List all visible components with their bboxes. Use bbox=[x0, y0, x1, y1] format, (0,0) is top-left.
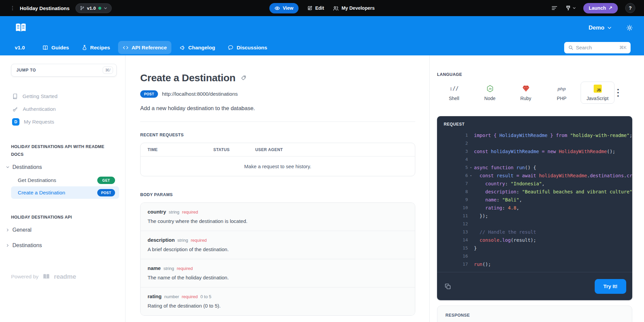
sidebar-item-getting-started[interactable]: Getting Started bbox=[0, 90, 125, 103]
sidebar-group-general[interactable]: General bbox=[6, 223, 125, 237]
copy-code-button[interactable] bbox=[444, 283, 451, 290]
readme-logo-icon[interactable] bbox=[15, 23, 27, 33]
language-php[interactable]: phpPHP bbox=[545, 82, 579, 104]
param-type: string bbox=[177, 238, 188, 243]
nav-tab-guides[interactable]: Guides bbox=[38, 41, 74, 54]
kebab-menu-icon[interactable]: ⋮ bbox=[10, 5, 15, 11]
request-heading: REQUEST bbox=[437, 116, 632, 130]
sidebar-item-label: Authentication bbox=[23, 106, 56, 112]
search-box[interactable]: ⌘K bbox=[564, 42, 631, 53]
line-number: 13 bbox=[437, 228, 468, 236]
fold-gutter bbox=[468, 220, 474, 228]
fold-gutter bbox=[468, 236, 474, 244]
pencil-icon bbox=[307, 5, 313, 11]
language-javascript[interactable]: JSJavaScript bbox=[581, 82, 614, 104]
language-node[interactable]: JSNode bbox=[473, 82, 507, 104]
edit-button[interactable]: Edit bbox=[307, 5, 324, 11]
fold-gutter bbox=[468, 228, 474, 236]
endpoint-method-badge: POST bbox=[140, 90, 158, 98]
line-number: 12 bbox=[437, 220, 468, 228]
param-name: name bbox=[148, 265, 161, 271]
body-params-card: countrystringrequiredThe country where t… bbox=[140, 202, 415, 316]
project-dropdown[interactable]: Demo bbox=[589, 25, 612, 31]
code-panel: LANGUAGE ://ShellJSNodeRubyphpPHPJSJavaS… bbox=[429, 55, 644, 322]
line-number: 9 bbox=[437, 196, 468, 204]
theme-button[interactable] bbox=[565, 5, 576, 11]
help-label: ? bbox=[629, 5, 632, 11]
fold-gutter bbox=[468, 212, 474, 220]
line-number: 17 bbox=[437, 260, 468, 268]
jump-to-button[interactable]: JUMP TO ⌘/ bbox=[11, 64, 117, 77]
fold-gutter bbox=[468, 147, 474, 155]
closed-book-icon bbox=[12, 93, 18, 99]
fold-caret-icon[interactable]: ▾ bbox=[468, 172, 474, 180]
launch-button[interactable]: Launch ↗ bbox=[583, 3, 618, 13]
nav-tab-label: Recipes bbox=[90, 45, 110, 51]
admin-topbar: ⋮ Holiday Destinations v1.0 View bbox=[0, 0, 644, 16]
version-selector[interactable]: v1.0 bbox=[75, 3, 111, 13]
nav-tab-recipes[interactable]: Recipes bbox=[77, 41, 115, 54]
hero-right: Demo bbox=[589, 24, 633, 32]
search-input[interactable] bbox=[576, 45, 616, 50]
code-text bbox=[474, 252, 632, 260]
sun-icon[interactable] bbox=[626, 24, 633, 32]
code-line-2: 2 bbox=[437, 139, 632, 147]
sidebar-top-items: Getting StartedAuthenticationDMy Request… bbox=[0, 90, 125, 128]
more-languages-button[interactable]: ••• bbox=[617, 88, 619, 97]
paintbrush-icon bbox=[565, 5, 571, 11]
code-text: run(); bbox=[474, 260, 632, 268]
param-name: description bbox=[148, 237, 175, 243]
code-text: } bbox=[474, 244, 632, 252]
recent-requests-column: STATUS bbox=[213, 147, 255, 152]
request-code[interactable]: 1import { HolidayWithReadme } from "holi… bbox=[437, 130, 632, 272]
tag-icon[interactable] bbox=[241, 75, 246, 81]
line-number: 3 bbox=[437, 147, 468, 155]
param-name: country bbox=[148, 209, 166, 215]
nav-tab-discussions[interactable]: Discussions bbox=[223, 41, 272, 54]
sidebar-group-label: General bbox=[12, 227, 32, 233]
readme-logo-icon bbox=[42, 274, 51, 280]
param-description: The name of the holiday destination. bbox=[148, 275, 408, 280]
code-text: // Handle the result bbox=[474, 228, 632, 236]
chevron-down-icon bbox=[6, 165, 10, 169]
language-selector: ://ShellJSNodeRubyphpPHPJSJavaScript ••• bbox=[437, 82, 632, 104]
try-it-button[interactable]: Try It! bbox=[595, 279, 626, 294]
code-line-1: 1import { HolidayWithReadme } from "holi… bbox=[437, 131, 632, 139]
param-required-badge: required bbox=[182, 294, 198, 299]
code-line-4: 4 bbox=[437, 155, 632, 164]
fold-gutter bbox=[468, 180, 474, 188]
sidebar-group-destinations[interactable]: Destinations bbox=[6, 160, 125, 174]
nav-version[interactable]: v1.0 bbox=[15, 45, 25, 51]
nav-tab-label: Discussions bbox=[236, 45, 267, 51]
d-badge: D bbox=[12, 118, 19, 126]
sidebar-page-get-destinations[interactable]: Get DestinationsGET bbox=[11, 174, 119, 186]
sidebar-page-label: Create a Destination bbox=[18, 190, 65, 196]
powered-by[interactable]: Powered by readme bbox=[11, 273, 125, 280]
code-line-15: 15} bbox=[437, 244, 632, 252]
doc-navbar: v1.0 GuidesRecipesAPI ReferenceChangelog… bbox=[0, 40, 644, 55]
sidebar-item-my-requests[interactable]: DMy Requests bbox=[0, 116, 125, 128]
menu-button[interactable] bbox=[551, 5, 558, 11]
nav-tab-label: Changelog bbox=[188, 45, 215, 51]
project-title: Holiday Destinations bbox=[20, 5, 69, 11]
nav-tab-changelog[interactable]: Changelog bbox=[175, 41, 220, 54]
chevron-down-icon bbox=[607, 26, 612, 30]
param-range: 0 to 5 bbox=[200, 294, 211, 299]
language-label: LANGUAGE bbox=[437, 72, 632, 77]
line-number: 11 bbox=[437, 212, 468, 220]
line-number: 4 bbox=[437, 155, 468, 164]
node-icon: JS bbox=[486, 84, 494, 93]
sidebar-item-authentication[interactable]: Authentication bbox=[0, 103, 125, 116]
language-ruby[interactable]: Ruby bbox=[509, 82, 543, 104]
param-name: rating bbox=[148, 293, 162, 299]
fold-caret-icon[interactable]: ▾ bbox=[468, 164, 474, 172]
nav-tab-api-reference[interactable]: API Reference bbox=[118, 41, 171, 54]
help-button[interactable]: ? bbox=[625, 3, 635, 13]
sidebar-page-create-a-destination[interactable]: Create a DestinationPOST bbox=[11, 186, 119, 199]
my-developers-button[interactable]: My Developers bbox=[333, 5, 375, 11]
sidebar-group-destinations[interactable]: Destinations bbox=[6, 239, 125, 252]
view-button[interactable]: View bbox=[269, 3, 299, 13]
php-icon: php bbox=[557, 84, 566, 93]
sidebar-section-heading: HOLIDAY DESTINATIONS API WITH README DOC… bbox=[11, 143, 112, 158]
language-shell[interactable]: ://Shell bbox=[437, 82, 471, 104]
